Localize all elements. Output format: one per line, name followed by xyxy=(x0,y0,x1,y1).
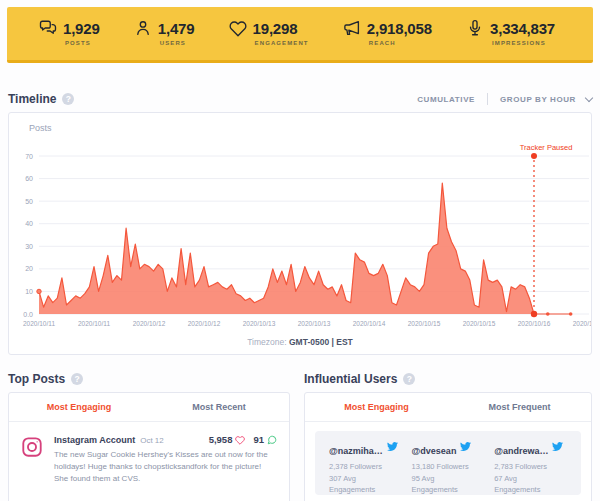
top-posts-tabs: Most Engaging Most Recent xyxy=(9,393,289,422)
user-handle[interactable]: @nazmiha… xyxy=(329,446,383,456)
instagram-icon xyxy=(21,434,43,485)
stat-engagement: 19,298 ENGAGEMENT xyxy=(229,19,309,46)
influential-users-panel: Most Engaging Most Frequent @nazmiha… 2,… xyxy=(304,392,592,501)
timezone-prefix: Timezone: xyxy=(247,337,286,347)
timeline-help-icon[interactable]: ? xyxy=(62,93,74,105)
influential-users-help-icon[interactable]: ? xyxy=(403,373,415,385)
engagement-count: 19,298 xyxy=(253,20,298,37)
y-tick-label: 0.0 xyxy=(23,311,33,318)
heart-icon xyxy=(229,19,247,37)
tracker-paused-bottom-dot xyxy=(531,311,537,317)
likes-metric: 5,958 xyxy=(209,434,246,445)
timeline-title: Timeline xyxy=(8,92,56,106)
timeline-chart: 706050403020100.02020/10/112020/10/11202… xyxy=(13,143,591,341)
stat-users: 1,479 USERS xyxy=(134,19,195,46)
tab-most-engaging[interactable]: Most Engaging xyxy=(9,393,149,421)
x-tick-label: 2020/10/12 xyxy=(188,320,221,327)
user-handle[interactable]: @dvesean xyxy=(412,446,457,456)
user-icon xyxy=(134,19,152,37)
stat-impressions: 3,334,837 IMPRESSIONS xyxy=(466,19,555,46)
post-account-name[interactable]: Instagram Account xyxy=(54,435,135,445)
top-posts-panel: Most Engaging Most Recent Instagram Acco… xyxy=(8,392,290,501)
microphone-icon xyxy=(466,19,484,37)
comments-metric: 91 xyxy=(253,434,277,445)
y-tick-label: 10 xyxy=(25,288,33,295)
likes-heart-icon xyxy=(235,435,245,445)
user-card[interactable]: @andrewa… 2,783 Followers 67 Avg Engagem… xyxy=(490,440,573,495)
reach-count: 2,918,058 xyxy=(367,20,432,37)
user-followers: 2,783 Followers xyxy=(494,461,556,473)
timeline-panel: Posts 706050403020100.02020/10/112020/10… xyxy=(8,112,592,355)
user-card[interactable]: @nazmiha… 2,378 Followers 307 Avg Engage… xyxy=(325,440,408,495)
y-tick-label: 20 xyxy=(25,265,33,272)
user-followers: 2,378 Followers xyxy=(329,461,391,473)
users-box: @nazmiha… 2,378 Followers 307 Avg Engage… xyxy=(315,431,581,495)
top-posts-header: Top Posts ? xyxy=(8,372,83,386)
user-handle[interactable]: @andrewa… xyxy=(494,446,548,456)
x-tick-label: 2020/10/15 xyxy=(463,320,496,327)
tracker-paused-label: Tracker Paused xyxy=(520,143,573,152)
x-tick-label: 2020/10/16 xyxy=(573,320,591,327)
x-tick-label: 2020/10/12 xyxy=(133,320,166,327)
influential-users-title: Influential Users xyxy=(304,372,397,386)
x-tick-label: 2020/10/15 xyxy=(408,320,441,327)
top-post-item[interactable]: Instagram Account Oct 12 5,958 91 The ne… xyxy=(9,422,289,485)
stat-reach: 2,918,058 REACH xyxy=(343,19,432,46)
influential-users-tabs: Most Engaging Most Frequent xyxy=(305,393,591,422)
x-tick-label: 2020/10/13 xyxy=(243,320,276,327)
timezone-note: Timezone: GMT-0500 | EST xyxy=(9,337,591,347)
tab-most-engaging-users[interactable]: Most Engaging xyxy=(305,393,448,421)
impressions-label: IMPRESSIONS xyxy=(492,40,555,46)
timeline-chart-svg: 706050403020100.02020/10/112020/10/11202… xyxy=(13,143,591,341)
tab-most-frequent[interactable]: Most Frequent xyxy=(448,393,591,421)
comments-count: 91 xyxy=(253,434,264,445)
stat-posts: 1,929 POSTS xyxy=(39,19,100,46)
y-tick-label: 40 xyxy=(25,220,33,227)
y-tick-label: 60 xyxy=(25,175,33,182)
chat-bubbles-icon xyxy=(39,19,57,37)
users-label: USERS xyxy=(160,40,195,46)
twitter-icon xyxy=(548,440,563,457)
controls-divider xyxy=(487,93,488,105)
y-axis-title: Posts xyxy=(29,123,52,133)
x-tick-label: 2020/10/13 xyxy=(298,320,331,327)
influential-users-header: Influential Users ? xyxy=(304,372,415,386)
y-tick-label: 30 xyxy=(25,243,33,250)
impressions-count: 3,334,837 xyxy=(490,20,555,37)
timeline-header: Timeline ? CUMULATIVE GROUP BY HOUR xyxy=(8,92,592,106)
engagement-label: ENGAGEMENT xyxy=(255,40,309,46)
x-tick-label: 2020/10/16 xyxy=(518,320,551,327)
series-zero-dot xyxy=(569,312,573,316)
x-tick-label: 2020/10/11 xyxy=(23,320,55,327)
user-card[interactable]: @dvesean 13,180 Followers 95 Avg Engagem… xyxy=(408,440,491,495)
reach-label: REACH xyxy=(369,40,432,46)
y-tick-label: 50 xyxy=(25,198,33,205)
twitter-icon xyxy=(456,440,471,457)
users-count: 1,479 xyxy=(158,20,195,37)
stats-banner: 1,929 POSTS 1,479 USERS 19,298 ENGAGEMEN… xyxy=(7,7,593,63)
user-avg-engagements: 95 Avg Engagements xyxy=(412,473,474,496)
x-tick-label: 2020/10/11 xyxy=(78,320,110,327)
megaphone-icon xyxy=(343,19,361,37)
top-posts-help-icon[interactable]: ? xyxy=(71,373,83,385)
chevron-down-icon[interactable] xyxy=(585,93,593,101)
tab-most-recent[interactable]: Most Recent xyxy=(149,393,289,421)
post-date: Oct 12 xyxy=(140,436,200,445)
timezone-value: GMT-0500 | EST xyxy=(289,337,353,347)
posts-count: 1,929 xyxy=(63,20,100,37)
group-by-hour-button[interactable]: GROUP BY HOUR xyxy=(500,95,576,104)
likes-count: 5,958 xyxy=(209,434,233,445)
series-zero-dot xyxy=(546,312,550,316)
comments-bubble-icon xyxy=(267,435,277,445)
user-avg-engagements: 67 Avg Engagements xyxy=(494,473,556,496)
tracker-paused-top-dot xyxy=(531,153,537,159)
user-followers: 13,180 Followers xyxy=(412,461,474,473)
y-tick-label: 70 xyxy=(25,153,33,160)
cumulative-button[interactable]: CUMULATIVE xyxy=(417,95,475,104)
posts-label: POSTS xyxy=(65,40,100,46)
area-series xyxy=(39,183,571,314)
series-start-dot xyxy=(37,289,41,293)
top-posts-title: Top Posts xyxy=(8,372,65,386)
x-tick-label: 2020/10/14 xyxy=(353,320,386,327)
post-body-text: The new Sugar Cookie Hershey's Kisses ar… xyxy=(54,449,277,485)
